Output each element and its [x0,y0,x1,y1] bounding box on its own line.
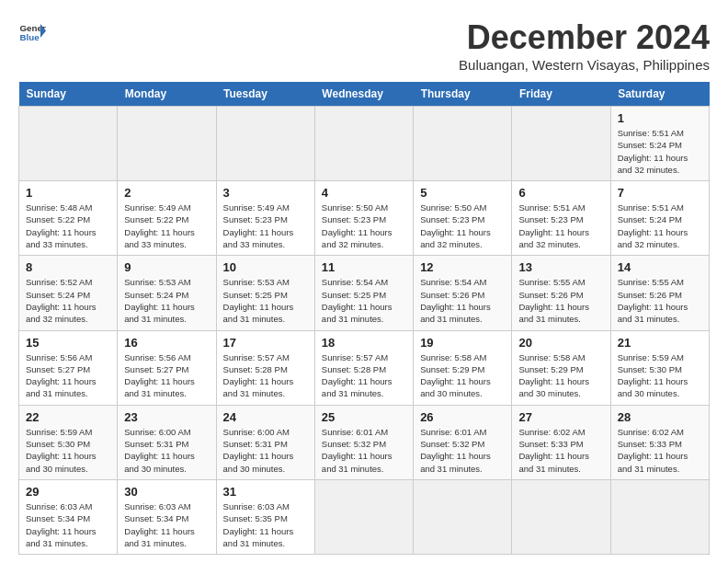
col-header-saturday: Saturday [610,82,709,107]
day-number: 26 [420,410,505,424]
day-detail: Sunrise: 5:49 AMSunset: 5:22 PMDaylight:… [124,202,195,249]
day-detail: Sunrise: 5:51 AMSunset: 5:23 PMDaylight:… [518,202,589,249]
day-cell [610,479,709,554]
day-cell: 27 Sunrise: 6:02 AMSunset: 5:33 PMDaylig… [512,405,610,479]
day-cell: 19 Sunrise: 5:58 AMSunset: 5:29 PMDaylig… [414,330,512,405]
day-cell [512,479,610,554]
logo-icon: General Blue [18,18,46,46]
day-detail: Sunrise: 5:51 AMSunset: 5:24 PMDaylight:… [618,202,688,249]
day-cell: 12 Sunrise: 5:54 AMSunset: 5:26 PMDaylig… [414,256,512,330]
day-number: 1 [618,111,702,125]
day-detail: Sunrise: 5:57 AMSunset: 5:28 PMDaylight:… [322,352,392,399]
day-cell: 1 Sunrise: 5:48 AMSunset: 5:22 PMDayligh… [19,181,118,256]
col-header-wednesday: Wednesday [314,82,413,107]
week-row-1: 1 Sunrise: 5:51 AMSunset: 5:24 PMDayligh… [19,107,710,181]
day-number: 18 [322,336,406,350]
day-detail: Sunrise: 5:51 AMSunset: 5:24 PMDaylight:… [618,128,688,175]
day-detail: Sunrise: 5:59 AMSunset: 5:30 PMDaylight:… [618,352,688,399]
day-cell [19,107,118,181]
day-cell: 25 Sunrise: 6:01 AMSunset: 5:32 PMDaylig… [314,405,413,479]
day-cell [414,479,512,554]
day-number: 11 [322,260,406,274]
day-cell: 1 Sunrise: 5:51 AMSunset: 5:24 PMDayligh… [610,107,709,181]
day-number: 6 [518,186,603,200]
day-number: 3 [223,186,308,200]
header: General Blue December 2024 Buluangan, We… [18,18,710,73]
day-cell: 21 Sunrise: 5:59 AMSunset: 5:30 PMDaylig… [610,330,709,405]
day-detail: Sunrise: 5:49 AMSunset: 5:23 PMDaylight:… [223,202,294,249]
day-number: 19 [420,336,505,350]
day-detail: Sunrise: 5:59 AMSunset: 5:30 PMDaylight:… [26,427,97,474]
col-header-monday: Monday [118,82,216,107]
week-row-5: 22 Sunrise: 5:59 AMSunset: 5:30 PMDaylig… [19,405,710,479]
day-cell: 10 Sunrise: 5:53 AMSunset: 5:25 PMDaylig… [216,256,314,330]
day-cell: 30 Sunrise: 6:03 AMSunset: 5:34 PMDaylig… [118,479,216,554]
day-detail: Sunrise: 5:53 AMSunset: 5:25 PMDaylight:… [223,277,294,324]
day-cell: 5 Sunrise: 5:50 AMSunset: 5:23 PMDayligh… [414,181,512,256]
day-cell: 23 Sunrise: 6:00 AMSunset: 5:31 PMDaylig… [118,405,216,479]
day-number: 5 [420,186,505,200]
day-number: 28 [618,410,702,424]
logo: General Blue [18,18,46,46]
location-title: Buluangan, Western Visayas, Philippines [459,57,710,73]
day-number: 24 [223,410,308,424]
day-detail: Sunrise: 6:02 AMSunset: 5:33 PMDaylight:… [618,427,688,474]
day-detail: Sunrise: 5:53 AMSunset: 5:24 PMDaylight:… [124,277,195,324]
day-detail: Sunrise: 6:01 AMSunset: 5:32 PMDaylight:… [420,427,491,474]
col-header-friday: Friday [512,82,610,107]
day-detail: Sunrise: 5:48 AMSunset: 5:22 PMDaylight:… [26,202,97,249]
day-detail: Sunrise: 5:54 AMSunset: 5:26 PMDaylight:… [420,277,491,324]
day-cell: 3 Sunrise: 5:49 AMSunset: 5:23 PMDayligh… [216,181,314,256]
day-number: 4 [322,186,406,200]
day-number: 17 [223,336,308,350]
month-title: December 2024 [459,18,710,57]
day-number: 31 [223,485,308,499]
day-cell: 14 Sunrise: 5:55 AMSunset: 5:26 PMDaylig… [610,256,709,330]
week-row-3: 8 Sunrise: 5:52 AMSunset: 5:24 PMDayligh… [19,256,710,330]
day-cell: 11 Sunrise: 5:54 AMSunset: 5:25 PMDaylig… [314,256,413,330]
header-row: SundayMondayTuesdayWednesdayThursdayFrid… [19,82,710,107]
day-detail: Sunrise: 5:56 AMSunset: 5:27 PMDaylight:… [26,352,97,399]
week-row-4: 15 Sunrise: 5:56 AMSunset: 5:27 PMDaylig… [19,330,710,405]
day-number: 30 [124,485,209,499]
day-detail: Sunrise: 5:52 AMSunset: 5:24 PMDaylight:… [26,277,97,324]
day-detail: Sunrise: 5:55 AMSunset: 5:26 PMDaylight:… [518,277,589,324]
day-cell [414,107,512,181]
calendar-table: SundayMondayTuesdayWednesdayThursdayFrid… [18,82,710,555]
day-detail: Sunrise: 6:02 AMSunset: 5:33 PMDaylight:… [518,427,589,474]
day-number: 20 [518,336,603,350]
svg-text:Blue: Blue [20,32,40,42]
day-number: 2 [124,186,209,200]
day-number: 13 [518,260,603,274]
day-cell [118,107,216,181]
day-detail: Sunrise: 6:00 AMSunset: 5:31 PMDaylight:… [124,427,195,474]
day-number: 16 [124,336,209,350]
day-number: 25 [322,410,406,424]
day-cell: 22 Sunrise: 5:59 AMSunset: 5:30 PMDaylig… [19,405,118,479]
day-detail: Sunrise: 5:58 AMSunset: 5:29 PMDaylight:… [518,352,589,399]
day-cell: 8 Sunrise: 5:52 AMSunset: 5:24 PMDayligh… [19,256,118,330]
day-number: 14 [618,260,702,274]
day-detail: Sunrise: 5:50 AMSunset: 5:23 PMDaylight:… [420,202,491,249]
day-detail: Sunrise: 5:58 AMSunset: 5:29 PMDaylight:… [420,352,491,399]
day-detail: Sunrise: 6:00 AMSunset: 5:31 PMDaylight:… [223,427,294,474]
day-number: 15 [26,336,110,350]
day-cell: 4 Sunrise: 5:50 AMSunset: 5:23 PMDayligh… [314,181,413,256]
day-number: 23 [124,410,209,424]
day-cell: 26 Sunrise: 6:01 AMSunset: 5:32 PMDaylig… [414,405,512,479]
col-header-thursday: Thursday [414,82,512,107]
col-header-sunday: Sunday [19,82,118,107]
day-number: 27 [518,410,603,424]
day-number: 10 [223,260,308,274]
day-cell: 13 Sunrise: 5:55 AMSunset: 5:26 PMDaylig… [512,256,610,330]
day-number: 1 [26,186,110,200]
day-cell: 31 Sunrise: 6:03 AMSunset: 5:35 PMDaylig… [216,479,314,554]
day-number: 29 [26,485,110,499]
col-header-tuesday: Tuesday [216,82,314,107]
day-number: 8 [26,260,110,274]
day-cell: 28 Sunrise: 6:02 AMSunset: 5:33 PMDaylig… [610,405,709,479]
day-cell: 2 Sunrise: 5:49 AMSunset: 5:22 PMDayligh… [118,181,216,256]
day-cell: 16 Sunrise: 5:56 AMSunset: 5:27 PMDaylig… [118,330,216,405]
day-number: 12 [420,260,505,274]
day-cell: 20 Sunrise: 5:58 AMSunset: 5:29 PMDaylig… [512,330,610,405]
